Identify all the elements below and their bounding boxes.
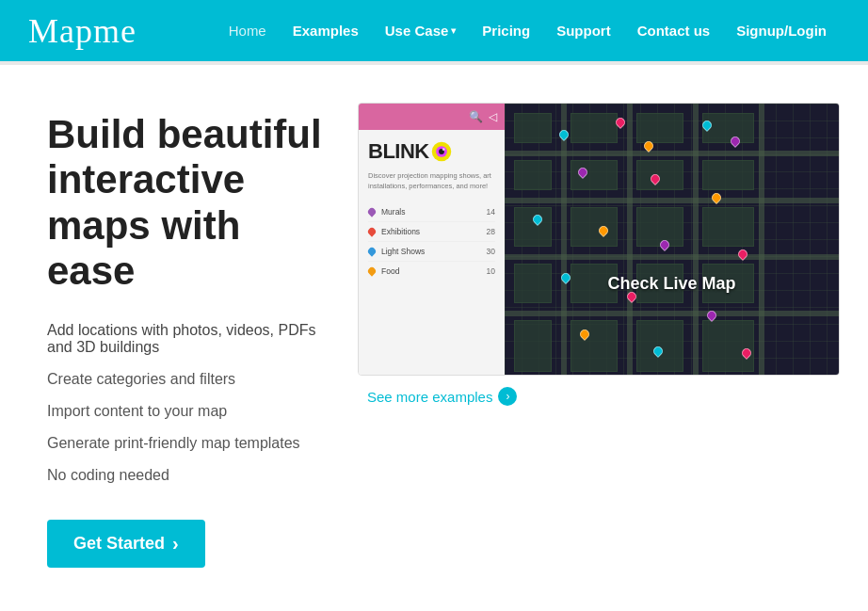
category-name: Light Shows bbox=[381, 247, 487, 256]
feature-item: Generate print-friendly map templates bbox=[47, 427, 339, 459]
pin-icon bbox=[366, 246, 377, 256]
street bbox=[561, 104, 567, 375]
pin-icon bbox=[366, 226, 377, 236]
map-building bbox=[571, 113, 618, 143]
search-icon: 🔍 bbox=[469, 110, 483, 123]
see-more-examples-link[interactable]: See more examples › bbox=[367, 387, 517, 406]
nav-contact[interactable]: Contact us bbox=[624, 23, 724, 39]
chevron-down-icon: ▾ bbox=[451, 25, 456, 36]
feature-item: No coding needed bbox=[47, 459, 339, 491]
map-building bbox=[571, 320, 618, 372]
street bbox=[759, 104, 764, 375]
nav-pricing[interactable]: Pricing bbox=[469, 23, 543, 39]
blink-logo: BLINK bbox=[368, 139, 495, 164]
blink-eye-icon bbox=[431, 141, 452, 162]
map-building bbox=[514, 113, 552, 143]
category-name: Murals bbox=[381, 207, 487, 217]
map-showcase: 🔍 ◁ BLINK Discover projectio bbox=[358, 103, 840, 376]
map-building bbox=[514, 320, 552, 372]
street bbox=[693, 104, 699, 375]
street bbox=[505, 151, 839, 156]
category-list: Murals 14 Exhibitions 28 Light Shows 30 bbox=[368, 202, 495, 281]
nav-home[interactable]: Home bbox=[216, 23, 280, 39]
feature-item: Import content to your map bbox=[47, 395, 339, 427]
main-content: Build beautiful interactive maps with ea… bbox=[0, 65, 868, 611]
map-building bbox=[636, 207, 683, 247]
map-building bbox=[636, 160, 683, 190]
nav-examples[interactable]: Examples bbox=[280, 23, 372, 39]
nav-support[interactable]: Support bbox=[543, 23, 624, 39]
category-food: Food 10 bbox=[368, 262, 495, 281]
check-live-map-text[interactable]: Check Live Map bbox=[607, 274, 735, 294]
app-preview-panel: 🔍 ◁ BLINK Discover projectio bbox=[359, 104, 505, 375]
feature-item: Add locations with photos, videos, PDFs … bbox=[47, 314, 339, 363]
map-building bbox=[514, 160, 552, 190]
svg-point-3 bbox=[442, 148, 444, 151]
street bbox=[505, 198, 839, 203]
map-building bbox=[514, 264, 552, 303]
pin-icon bbox=[366, 265, 377, 276]
map-building bbox=[571, 160, 618, 190]
interactive-map[interactable]: Check Live Map bbox=[505, 104, 839, 375]
hero-title: Build beautiful interactive maps with ea… bbox=[47, 112, 339, 294]
category-count: 14 bbox=[487, 207, 495, 217]
map-building bbox=[636, 113, 683, 143]
map-building bbox=[514, 207, 552, 247]
main-nav: Home Examples Use Case ▾ Pricing Support… bbox=[216, 23, 840, 39]
street bbox=[627, 104, 633, 375]
site-logo[interactable]: Mapme bbox=[28, 11, 137, 51]
pin-icon bbox=[366, 206, 377, 217]
map-building bbox=[702, 320, 754, 372]
arrow-icon: › bbox=[172, 533, 179, 555]
nav-signup[interactable]: Signup/Login bbox=[723, 23, 840, 39]
category-count: 10 bbox=[487, 266, 495, 276]
feature-item: Create categories and filters bbox=[47, 363, 339, 395]
category-name: Exhibitions bbox=[381, 227, 487, 236]
map-building bbox=[702, 207, 754, 247]
circle-arrow-icon: › bbox=[498, 387, 517, 406]
nav-use-case[interactable]: Use Case ▾ bbox=[372, 23, 470, 39]
share-icon: ◁ bbox=[489, 110, 497, 123]
category-name: Food bbox=[381, 266, 487, 276]
app-description: Discover projection mapping shows, art i… bbox=[368, 171, 495, 191]
app-panel-header: 🔍 ◁ bbox=[359, 104, 505, 130]
category-exhibitions: Exhibitions 28 bbox=[368, 222, 495, 242]
map-building bbox=[702, 160, 754, 190]
street bbox=[505, 311, 839, 316]
map-showcase-section: 🔍 ◁ BLINK Discover projectio bbox=[358, 103, 840, 583]
blink-brand-text: BLINK bbox=[368, 139, 429, 164]
feature-list: Add locations with photos, videos, PDFs … bbox=[47, 314, 339, 491]
site-header: Mapme Home Examples Use Case ▾ Pricing S… bbox=[0, 0, 868, 61]
category-light-shows: Light Shows 30 bbox=[368, 242, 495, 262]
street bbox=[505, 254, 839, 260]
category-count: 30 bbox=[487, 247, 495, 256]
map-building bbox=[571, 207, 618, 247]
get-started-button[interactable]: Get Started › bbox=[47, 520, 205, 568]
hero-section: Build beautiful interactive maps with ea… bbox=[47, 103, 339, 583]
category-murals: Murals 14 bbox=[368, 202, 495, 222]
app-panel-body: BLINK Discover projection mapping shows,… bbox=[359, 130, 505, 375]
category-count: 28 bbox=[487, 227, 495, 236]
